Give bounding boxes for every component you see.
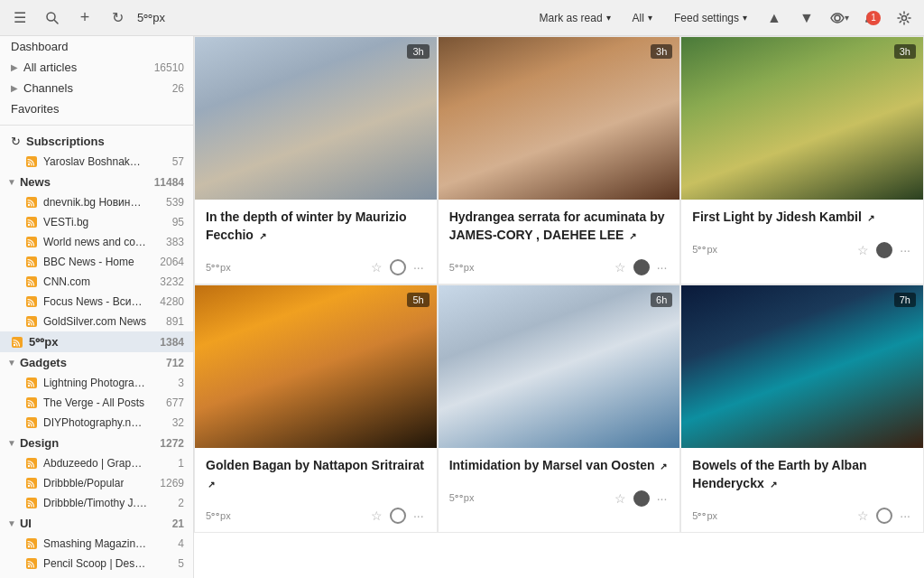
external-link-icon[interactable]: ↗: [660, 461, 667, 471]
sidebar-group-news[interactable]: ▼ News 11484: [0, 172, 193, 192]
sidebar-item-favorites[interactable]: Favorites: [0, 98, 193, 119]
card-body: First Light by Jidesh Kambil ↗: [681, 200, 923, 238]
notifications-icon[interactable]: 1: [859, 5, 884, 31]
yaroslav-label: Yaroslav Boshnakov's broadc...: [43, 155, 143, 168]
refresh-icon[interactable]: ↻: [105, 5, 130, 31]
sidebar-child-item[interactable]: Pencil Scoop | Design & ... 5: [0, 554, 193, 573]
card-image[interactable]: 6h: [439, 285, 680, 448]
sidebar-child-count: 5: [178, 557, 184, 570]
card-title[interactable]: Bowels of the Earth by Alban Henderyckx …: [692, 457, 912, 492]
prev-article-icon[interactable]: ▲: [762, 5, 787, 31]
star-button[interactable]: ☆: [855, 507, 871, 525]
sidebar-child-item[interactable]: VESTi.bg 95: [0, 212, 193, 232]
sidebar-group-ui[interactable]: ▼ UI 21: [0, 513, 193, 534]
external-link-icon[interactable]: ↗: [867, 213, 874, 223]
card-image[interactable]: 3h: [439, 37, 680, 200]
mark-as-read-button[interactable]: Mark as read ▾: [532, 8, 618, 28]
more-button[interactable]: ···: [898, 507, 912, 525]
svg-point-33: [28, 505, 30, 507]
more-button[interactable]: ···: [411, 258, 426, 276]
read-toggle[interactable]: [633, 490, 650, 507]
star-button[interactable]: ☆: [369, 258, 384, 276]
sidebar-child-item[interactable]: Dribbble/Popular 1269: [0, 473, 193, 493]
card-title[interactable]: In the depth of winter by Maurizio Fecch…: [206, 209, 426, 244]
card-time-badge: 7h: [894, 293, 916, 307]
next-article-icon[interactable]: ▼: [794, 5, 819, 31]
sidebar-child-item[interactable]: DIYPhotography.net -DIY ... 32: [0, 413, 193, 433]
star-button[interactable]: ☆: [613, 489, 628, 508]
all-articles-label: All articles: [23, 61, 77, 74]
svg-point-17: [28, 303, 30, 305]
sidebar-item-dashboard[interactable]: Dashboard: [0, 36, 193, 57]
read-toggle[interactable]: [876, 242, 892, 258]
favorites-label: Favorites: [11, 102, 59, 116]
sidebar-child-label: Dribbble/Timothy J. Reyn...: [43, 497, 147, 509]
sidebar-child-item[interactable]: World news and comme... 383: [0, 232, 193, 252]
sidebar-item-yaroslav[interactable]: Yaroslav Boshnakov's broadc... 57: [0, 152, 193, 172]
card-title[interactable]: First Light by Jidesh Kambil ↗: [692, 209, 912, 227]
sidebar-child-item[interactable]: BBC News - Home 2064: [0, 252, 193, 272]
more-button[interactable]: ···: [411, 507, 426, 525]
read-toggle[interactable]: [876, 508, 892, 524]
sidebar-child-count: 383: [166, 236, 184, 248]
svg-point-27: [28, 424, 30, 426]
sidebar-child-count: 2: [178, 497, 184, 509]
read-toggle[interactable]: [633, 259, 650, 275]
sidebar-item-channels[interactable]: ▶ Channels 26: [0, 78, 193, 98]
sidebar-group-gadgets[interactable]: ▼ Gadgets 712: [0, 352, 193, 373]
card-image[interactable]: 7h: [681, 285, 923, 448]
sidebar-group-design[interactable]: ▼ Design 1272: [0, 433, 193, 453]
card-image[interactable]: 3h: [681, 37, 923, 200]
sidebar-child-item[interactable]: Abduzeedo | Graphic Des... 1: [0, 453, 193, 473]
star-button[interactable]: ☆: [855, 241, 871, 259]
read-toggle[interactable]: [390, 508, 406, 524]
sidebar-child-item[interactable]: Smashing Magazine Feed 4: [0, 534, 193, 554]
card-body: Golden Bagan by Nattapon Sritrairat ↗: [195, 448, 437, 503]
ui-count: 21: [172, 517, 184, 530]
sidebar-item-subscriptions[interactable]: ↻ Subscriptions: [0, 131, 193, 152]
more-button[interactable]: ···: [898, 241, 912, 259]
card-image[interactable]: 5h: [195, 285, 437, 448]
sidebar-child-item[interactable]: CNN.com 3232: [0, 272, 193, 292]
feed-settings-button[interactable]: Feed settings ▾: [667, 8, 754, 28]
external-link-icon[interactable]: ↗: [259, 231, 266, 241]
star-button[interactable]: ☆: [613, 258, 628, 276]
svg-point-2: [835, 15, 840, 21]
rss-icon: [25, 216, 38, 228]
star-button[interactable]: ☆: [369, 507, 384, 525]
all-articles-count: 16510: [154, 61, 184, 74]
card-title[interactable]: Intimidation by Marsel van Oosten ↗: [449, 457, 670, 475]
read-toggle[interactable]: [390, 259, 406, 275]
sidebar-child-item[interactable]: Dribbble/Timothy J. Reyn... 2: [0, 493, 193, 513]
sidebar-child-item[interactable]: dnevnik.bg Новините от ... 539: [0, 192, 193, 212]
sidebar-child-item[interactable]: Lightning Photography 3: [0, 373, 193, 393]
sidebar-child-label: Focus News - Всички но...: [43, 295, 147, 308]
settings-icon[interactable]: [892, 5, 917, 31]
add-icon[interactable]: +: [72, 5, 97, 31]
more-button[interactable]: ···: [655, 489, 670, 508]
search-icon[interactable]: [40, 5, 65, 31]
card-title[interactable]: Hydrangea serrata for acuminata by JAMES…: [449, 209, 670, 244]
external-link-icon[interactable]: ↗: [208, 480, 215, 489]
sidebar-child-item[interactable]: The Verge - All Posts 677: [0, 393, 193, 413]
card-title[interactable]: Golden Bagan by Nattapon Sritrairat ↗: [206, 457, 426, 492]
sidebar-item-500px[interactable]: 5ᵒᵒpx 1384: [0, 331, 193, 352]
card-source: 5ᵒᵒpx: [449, 262, 605, 274]
card-image[interactable]: 3h: [195, 37, 437, 200]
external-link-icon[interactable]: ↗: [629, 231, 636, 241]
view-icon[interactable]: ▾: [827, 5, 852, 31]
external-link-icon[interactable]: ↗: [770, 480, 777, 489]
design-count: 1272: [160, 437, 184, 450]
more-button[interactable]: ···: [655, 258, 670, 276]
sidebar-child-item[interactable]: GoldSilver.com News 891: [0, 312, 193, 331]
menu-icon[interactable]: ☰: [7, 5, 32, 31]
all-filter-button[interactable]: All ▾: [625, 8, 660, 28]
sidebar-item-all-articles[interactable]: ▶ All articles 16510: [0, 57, 193, 78]
sidebar-child-count: 32: [172, 416, 184, 429]
rss-icon: [25, 295, 38, 308]
rss-icon-500px: [11, 336, 23, 349]
divider-1: [0, 125, 193, 126]
sidebar-child-item[interactable]: Focus News - Всички но... 4280: [0, 292, 193, 312]
card-actions: ☆ ···: [613, 489, 670, 508]
sidebar-child-item[interactable]: DesignModo 2: [0, 573, 193, 578]
